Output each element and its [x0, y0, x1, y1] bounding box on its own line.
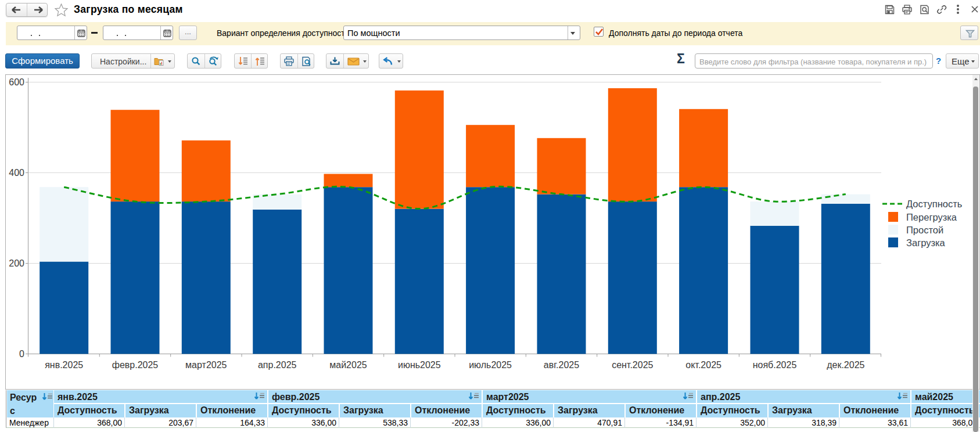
svg-text:Простой: Простой [906, 225, 943, 235]
svg-text:Доступность: Доступность [906, 199, 962, 209]
svg-text:дек.2025: дек.2025 [827, 360, 864, 370]
svg-text:июнь2025: июнь2025 [398, 360, 441, 370]
svg-text:март2025: март2025 [185, 360, 227, 370]
svg-text:Перегрузка: Перегрузка [906, 212, 957, 222]
svg-text:февр.2025: февр.2025 [112, 360, 159, 370]
svg-text:сент.2025: сент.2025 [612, 360, 653, 370]
svg-text:июль2025: июль2025 [469, 360, 512, 370]
svg-text:Загрузка: Загрузка [906, 237, 946, 248]
svg-text:400: 400 [9, 168, 24, 178]
svg-text:0: 0 [19, 349, 24, 359]
svg-text:200: 200 [9, 258, 24, 268]
svg-text:янв.2025: янв.2025 [45, 360, 83, 370]
svg-text:600: 600 [9, 77, 24, 87]
svg-text:май2025: май2025 [329, 360, 367, 370]
svg-text:окт.2025: окт.2025 [685, 360, 721, 370]
svg-text:апр.2025: апр.2025 [258, 360, 297, 370]
svg-text:нояб.2025: нояб.2025 [753, 360, 797, 370]
svg-text:авг.2025: авг.2025 [544, 360, 579, 370]
